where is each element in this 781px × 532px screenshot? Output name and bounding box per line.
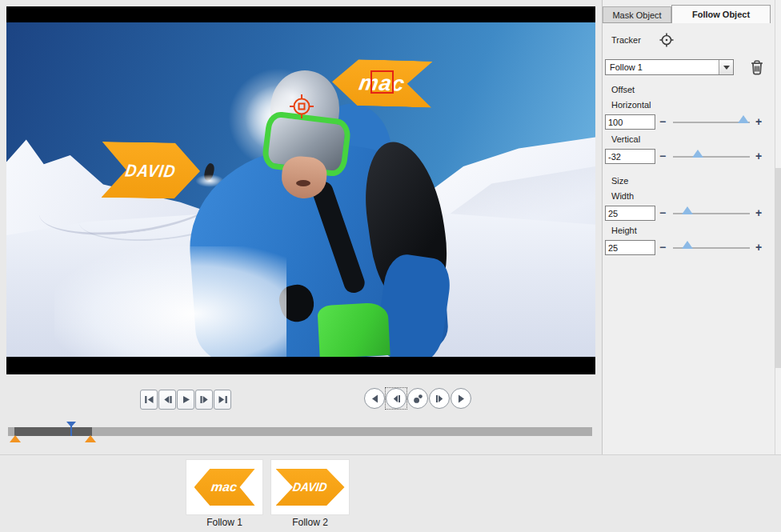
jump-back-button[interactable] [364, 388, 385, 409]
thumbnail-arrow-david-text: DAVID [292, 481, 328, 493]
play-button[interactable] [177, 390, 194, 410]
width-input[interactable] [605, 206, 655, 221]
thumbnail-follow-2-label: Follow 2 [270, 517, 350, 528]
go-to-start-button[interactable] [140, 390, 158, 410]
go-to-end-button[interactable] [214, 390, 231, 410]
snow-spray-foreground [54, 246, 286, 357]
width-slider-row: − + [603, 206, 781, 222]
tracking-region-box[interactable] [370, 70, 394, 94]
jump-forward-button[interactable] [451, 388, 471, 409]
panel-scrollbar-thumb[interactable] [775, 168, 781, 368]
follow-select-value: Follow 1 [606, 62, 719, 72]
size-section-label: Size [611, 176, 628, 186]
step-forward-button[interactable] [195, 390, 213, 410]
thumbnail-arrow-mac: mac [194, 469, 255, 506]
horizontal-slider-row: − + [603, 114, 781, 130]
vertical-slider-handle[interactable] [692, 150, 703, 158]
trim-end-marker[interactable] [85, 435, 96, 442]
follow-objects-strip: mac DAVID Follow 1 Follow 2 [0, 454, 781, 532]
thumbnail-arrow-david: DAVID [276, 469, 345, 506]
horizontal-slider-handle[interactable] [738, 115, 749, 123]
tracker-label: Tracker [611, 35, 641, 45]
width-plus-button[interactable]: + [753, 206, 764, 219]
offset-section-label: Offset [611, 85, 635, 94]
height-slider-track[interactable] [673, 247, 750, 249]
thumbnail-follow-2[interactable]: DAVID [270, 459, 350, 515]
height-slider-handle[interactable] [682, 241, 693, 249]
skier-pants [317, 302, 390, 357]
height-label: Height [611, 226, 637, 235]
height-minus-button[interactable]: − [657, 241, 668, 254]
width-slider-handle[interactable] [682, 206, 693, 214]
thumbnail-follow-1[interactable]: mac [186, 459, 263, 515]
vertical-slider-track[interactable] [673, 156, 750, 158]
height-slider-row: − + [603, 240, 781, 256]
video-preview: DAVID mac [6, 6, 595, 374]
vertical-label: Vertical [611, 134, 640, 144]
transport-buttons-left [140, 390, 231, 410]
tracking-transport-buttons [364, 388, 471, 409]
skier-mouth [296, 180, 310, 186]
width-slider-track[interactable] [673, 213, 750, 214]
vertical-input[interactable] [605, 149, 655, 164]
horizontal-slider-track[interactable] [673, 122, 750, 123]
video-frame: DAVID mac [6, 22, 595, 357]
height-plus-button[interactable]: + [753, 241, 764, 254]
trim-start-marker[interactable] [10, 435, 21, 442]
horizontal-label: Horizontal [611, 100, 651, 110]
width-label: Width [611, 191, 634, 201]
playhead-line[interactable] [70, 422, 72, 436]
chevron-down-icon[interactable] [719, 60, 733, 74]
overlay-arrow-david-text: DAVID [124, 162, 177, 180]
tracker-target-icon[interactable] [659, 32, 675, 48]
follow-select[interactable]: Follow 1 [605, 59, 734, 75]
height-input[interactable] [605, 240, 655, 255]
properties-panel: Mask Object Follow Object Tracker Follow… [602, 0, 781, 454]
trash-icon[interactable] [749, 59, 765, 75]
thumbnail-arrow-mac-text: mac [210, 481, 238, 494]
horizontal-minus-button[interactable]: − [657, 115, 668, 128]
panel-tabs: Mask Object Follow Object [603, 5, 771, 23]
thumbnail-follow-1-label: Follow 1 [186, 517, 263, 528]
vertical-minus-button[interactable]: − [657, 150, 668, 162]
track-motion-button[interactable] [407, 388, 428, 409]
tracker-crosshair[interactable] [289, 94, 314, 119]
app-window: DAVID mac Mask Object Follow Objec [0, 0, 781, 532]
horizontal-plus-button[interactable]: + [753, 115, 764, 128]
tab-follow-object[interactable]: Follow Object [671, 5, 771, 23]
step-back-button[interactable] [158, 390, 176, 410]
horizontal-input[interactable] [605, 114, 655, 130]
vertical-slider-row: − + [603, 149, 781, 165]
width-minus-button[interactable]: − [657, 206, 668, 219]
frame-forward-button[interactable] [429, 388, 450, 409]
frame-back-button[interactable] [386, 388, 407, 409]
timeline-selected-range[interactable] [14, 427, 92, 436]
tab-mask-object[interactable]: Mask Object [603, 6, 671, 22]
vertical-plus-button[interactable]: + [753, 150, 764, 162]
